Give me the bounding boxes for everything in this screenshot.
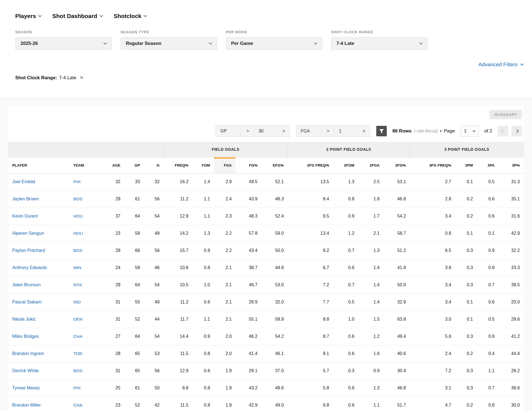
column-header-fg-pct[interactable]: FG% [236,157,261,173]
player-link[interactable]: Brandon Ingram [12,351,44,356]
stat-cell: 2.9 [214,173,236,190]
stat-cell: 11.5 [163,397,192,411]
column-header-freq-pct[interactable]: FREQ% [163,157,192,173]
team-link[interactable]: BOS [73,248,83,253]
page-select[interactable]: 1 [461,126,479,137]
column-header-efg-pct[interactable]: EFG% [261,157,288,173]
stat-cell: 2.0 [214,328,236,345]
player-cell: Anthony Edwards [8,259,72,276]
stat-filter-fga-close-icon[interactable]: ✕ [362,129,366,134]
stat-cell: 53.0 [261,276,288,293]
team-link[interactable]: TOR [73,351,82,356]
team-link[interactable]: CHA [73,334,83,339]
player-link[interactable]: Brandon Miller [12,403,41,407]
table-row: Nikola JokićDEN31524411.71.12.155.158.98… [8,311,524,328]
nav-dropdown-shot-dashboard[interactable]: Shot Dashboard [52,13,103,19]
rows-info: 86 Rows (+398 filtered) • Page [392,128,455,134]
add-filter-button[interactable] [376,126,387,136]
column-header-3fg-freq-pct[interactable]: 3FG FREQ% [410,157,455,173]
stat-filter-gp-close-icon[interactable]: ✕ [282,129,286,134]
stat-cell: 0.5 [477,173,498,190]
player-link[interactable]: Anthony Edwards [12,265,47,270]
stat-filter-fga-stat-select[interactable]: FGA [296,125,321,137]
team-link[interactable]: HOU [73,214,83,218]
stat-filter-gp-operator-select[interactable]: > [242,125,254,137]
stat-filter-fga-value[interactable]: 1 ✕ [335,125,370,137]
stat-cell: 8.8 [163,379,192,397]
team-link[interactable]: DEN [73,317,83,321]
player-link[interactable]: Kevin Durant [12,214,38,218]
column-header-3p-pct[interactable]: 3P% [498,157,524,173]
stat-cell: 1.1 [192,208,214,225]
stat-cell: 14.2 [163,225,192,242]
team-cell: BOS [72,190,105,208]
stat-filter-gp-value[interactable]: 30 ✕ [254,125,290,137]
stat-cell: 12.9 [163,208,192,225]
season-type-select[interactable]: Regular Season [121,37,217,50]
player-link[interactable]: Pascal Siakam [12,300,42,304]
team-link[interactable]: BOS [73,196,83,201]
stat-cell: 54.2 [383,208,410,225]
per-mode-select[interactable]: Per Game [226,37,322,50]
season-select[interactable]: 2025-26 [15,37,112,50]
team-link[interactable]: HOU [73,231,83,236]
team-link[interactable]: NYK [73,282,82,287]
table-body: Joel EmbiidPHI32333216.21.42.949.552.113… [8,173,524,411]
stat-filter-fga-operator-select[interactable]: > [322,125,334,137]
player-link[interactable]: Nikola Jokić [12,317,36,321]
player-link[interactable]: Jaylen Brown [12,196,39,201]
stat-cell: 2.2 [214,242,236,259]
player-link[interactable]: Miles Bridges [12,334,39,339]
stat-cell: 9.5 [288,208,333,225]
stat-cell: 1.8 [358,190,383,208]
stat-cell: 14.4 [163,328,192,345]
player-link[interactable]: Alperen Sengun [12,231,44,236]
column-header-fgm[interactable]: FGM [192,157,214,173]
column-header-age[interactable]: AGE [105,157,124,173]
nav-dropdown-players[interactable]: Players [15,13,41,19]
glossary-button[interactable]: GLOSSARY [489,110,522,119]
advanced-filters-link[interactable]: Advanced Filters [478,62,523,68]
player-link[interactable]: Tyrese Maxey [12,386,40,390]
column-header-g[interactable]: G [144,157,163,173]
player-cell: Brandon Miller [8,397,72,411]
column-header-fga-sorted[interactable]: FGA [214,157,236,173]
stat-cell: 32.9 [383,293,410,311]
next-page-button[interactable] [511,126,522,136]
column-header-gp[interactable]: GP [124,157,144,173]
column-header-team[interactable]: TEAM [72,157,105,173]
stat-cell: 0.3 [455,328,477,345]
column-header-2fg-pct[interactable]: 2FG% [383,157,410,173]
player-link[interactable]: Jalen Brunson [12,282,40,287]
stat-cell: 0.1 [455,311,477,328]
chip-close-icon[interactable]: ✕ [80,75,84,81]
column-header-2fg-freq-pct[interactable]: 2FG FREQ% [288,157,333,173]
nav-dropdown-shotclock[interactable]: Shotclock [114,13,147,19]
team-link[interactable]: CHA [73,403,83,407]
column-header-2fga[interactable]: 2FGA [358,157,383,173]
player-link[interactable]: Joel Embiid [12,179,35,184]
team-link[interactable]: PHI [73,386,81,390]
shot-clock-range-select[interactable]: 7-4 Late [331,37,428,50]
player-link[interactable]: Payton Pritchard [12,248,45,253]
stat-cell: 20.0 [498,293,524,311]
stat-cell: 52.4 [261,208,288,225]
stat-cell: 29.6 [498,311,524,328]
team-link[interactable]: MIN [73,265,81,270]
stat-cell: 1.1 [477,362,498,379]
team-link[interactable]: PHI [73,179,81,184]
team-link[interactable]: BOS [73,368,83,373]
stat-cell: 0.3 [455,259,477,276]
stat-cell: 8.4 [288,190,333,208]
player-cell: Derrick White [8,362,72,379]
column-header-3pa[interactable]: 3PA [477,157,498,173]
stat-cell: 1.2 [358,328,383,345]
column-header-3pm[interactable]: 3PM [455,157,477,173]
column-header-2fgm[interactable]: 2FGM [333,157,358,173]
stat-cell: 2.4 [214,190,236,208]
stat-filter-gp-stat-select[interactable]: GP [216,125,241,137]
team-link[interactable]: IND [73,300,81,304]
player-link[interactable]: Derrick White [12,368,39,373]
prev-page-button[interactable] [498,126,508,136]
column-header-player[interactable]: PLAYER [8,157,72,173]
